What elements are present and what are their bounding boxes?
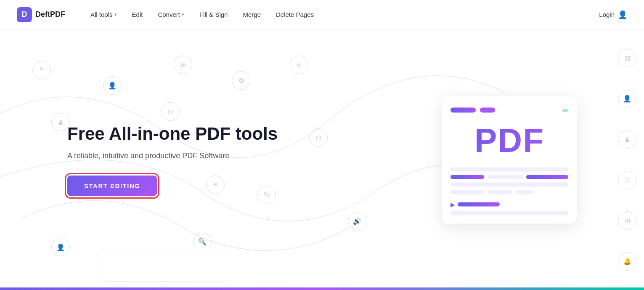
nav-merge[interactable]: Merge xyxy=(243,11,261,18)
right-icon-strip: ⊟ 👤 ♟ △ ⊞ 🔔 xyxy=(610,29,644,290)
pdf-sub-3 xyxy=(516,190,533,194)
logo-icon: D xyxy=(17,7,32,22)
logo[interactable]: D DeftPDF xyxy=(17,7,65,22)
pdf-sub-2 xyxy=(488,190,513,194)
hero-subtitle: A reliable, intuitive and productive PDF… xyxy=(67,152,278,160)
chevron-down-icon: ▾ xyxy=(114,12,117,17)
pdf-btn-right xyxy=(526,175,568,179)
nav-delete-pages[interactable]: Delete Pages xyxy=(276,11,314,18)
pdf-sub-1 xyxy=(451,190,484,194)
bottom-bar xyxy=(0,287,644,290)
pdf-row-1 xyxy=(451,175,568,179)
logo-name: DeftPDF xyxy=(35,10,65,19)
nav-convert[interactable]: Convert ▾ xyxy=(158,11,184,18)
navbar: D DeftPDF All tools ▾ Edit Convert ▾ Fil… xyxy=(0,0,644,29)
nav-all-tools[interactable]: All tools ▾ xyxy=(90,11,117,18)
pdf-preview-card: ✏ PDF ▶ xyxy=(442,96,577,223)
bg-icon-table: ⊟ xyxy=(309,128,328,147)
right-icon-5: ⊞ xyxy=(618,211,636,230)
cursor-icon: ▶ xyxy=(451,201,455,208)
pdf-pill-long xyxy=(451,108,476,113)
right-icon-6: 🔔 xyxy=(618,252,636,271)
pdf-btn-left xyxy=(451,175,484,179)
pdf-cursor-bar xyxy=(458,202,500,206)
pdf-text: PDF xyxy=(451,121,568,160)
pdf-spacer xyxy=(488,175,523,179)
chevron-down-icon-convert: ▾ xyxy=(182,12,184,17)
pdf-card-top: ✏ xyxy=(451,106,568,114)
nav-login[interactable]: Login 👤 xyxy=(599,10,627,19)
right-icon-2: 👤 xyxy=(618,90,636,108)
pdf-line-1 xyxy=(451,167,568,171)
right-icon-3: ♟ xyxy=(618,130,636,149)
bg-icon-user: 👤 xyxy=(103,76,122,95)
bg-icon-grid2: ⊞ xyxy=(290,56,308,74)
bg-icon-volume: 🔊 xyxy=(348,212,366,230)
nav-edit[interactable]: Edit xyxy=(132,11,143,18)
hero-title: Free All-in-one PDF tools xyxy=(67,123,278,144)
pdf-line-2 xyxy=(451,182,568,186)
pdf-row-2 xyxy=(451,190,568,194)
nav-links: All tools ▾ Edit Convert ▾ Fill & Sign M… xyxy=(90,11,599,18)
pdf-pill-short xyxy=(480,108,495,113)
bg-icon-grid: ⊞ xyxy=(174,56,192,74)
hero-content: Free All-in-one PDF tools A reliable, in… xyxy=(67,123,278,196)
pdf-line-3 xyxy=(451,211,568,215)
bottom-doc-preview xyxy=(101,248,227,282)
start-editing-button[interactable]: START EDITING xyxy=(67,176,157,196)
pdf-edit-icon: ✏ xyxy=(563,106,568,114)
pdf-cursor: ▶ xyxy=(451,201,568,208)
bg-icon-user2: 👤 xyxy=(51,238,70,256)
hero-section: ❝ ♟ 👤 ⊞ ⊟ ✿ ⊞ ⊟ ≡ % 🔊 👤 🔍 Free All-in-on… xyxy=(0,29,644,290)
user-icon: 👤 xyxy=(618,10,627,19)
right-icon-1: ⊟ xyxy=(618,49,636,67)
bg-icon-minus: ⊟ xyxy=(161,102,180,121)
bg-icon-quote: ❝ xyxy=(32,61,51,79)
logo-letter: D xyxy=(22,10,27,19)
nav-fill-sign[interactable]: Fill & Sign xyxy=(199,11,228,18)
right-icon-4: △ xyxy=(618,171,636,189)
bg-icon-flower: ✿ xyxy=(232,71,250,90)
pdf-lines: ▶ xyxy=(451,167,568,215)
